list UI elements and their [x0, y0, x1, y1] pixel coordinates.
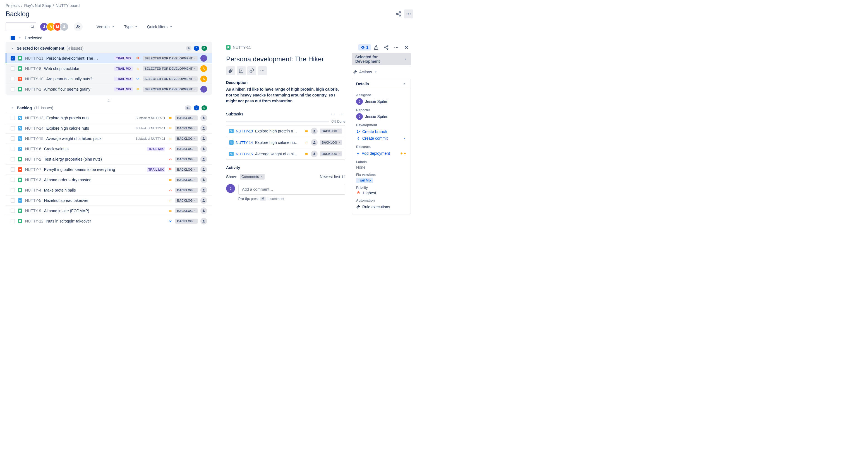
issue-summary[interactable]: Almond intake (FODMAP) — [44, 209, 89, 213]
subtask-row[interactable]: NUTTY-14Explore high calorie nu…BACKLOG — [226, 137, 345, 148]
collapse-sfd[interactable] — [10, 46, 14, 50]
avatar-stack[interactable]: J A M — [40, 22, 69, 31]
issue-row[interactable]: NUTTY-10Are peanuts actually nuts?TRAIL … — [6, 74, 212, 84]
issue-key[interactable]: NUTTY-6 — [25, 147, 41, 151]
status-dropdown[interactable]: BACKLOG — [175, 198, 197, 203]
issue-key[interactable]: NUTTY-1 — [25, 87, 41, 92]
issue-checkbox[interactable] — [10, 66, 15, 71]
fixversions-field[interactable]: Trail Mix — [356, 178, 407, 182]
issue-row[interactable]: NUTTY-12Nuts in scroggin' takeoverBACKLO… — [6, 216, 212, 226]
unassigned-avatar[interactable] — [200, 114, 207, 121]
epic-tag[interactable]: TRAIL MIX — [114, 66, 133, 71]
epic-tag[interactable]: TRAIL MIX — [147, 147, 165, 151]
subtask-row[interactable]: NUTTY-13Explore high protein n…BACKLOG — [226, 126, 345, 137]
unassigned-avatar[interactable] — [311, 150, 318, 157]
issue-summary[interactable]: Average weight of a hikers pack — [46, 136, 101, 141]
issue-summary[interactable]: Explore high calorie nuts — [46, 126, 89, 131]
status-dropdown[interactable]: SELECTED FOR DEVELOPMENT — [143, 56, 197, 61]
subtask-row[interactable]: NUTTY-15Average weight of a hi…BACKLOG — [226, 148, 345, 160]
status-dropdown[interactable]: BACKLOG — [175, 177, 197, 182]
issue-summary[interactable]: Persona development: The … — [46, 56, 98, 61]
subtask-status[interactable]: BACKLOG — [320, 140, 342, 145]
unassigned-avatar[interactable] — [200, 125, 207, 132]
issue-checkbox[interactable] — [10, 178, 15, 182]
issue-checkbox[interactable] — [10, 147, 15, 151]
detail-key[interactable]: NUTTY-11 — [233, 45, 251, 49]
assignee-avatar[interactable]: J — [200, 55, 207, 62]
status-dropdown[interactable]: BACKLOG — [175, 146, 197, 151]
breadcrumb-board[interactable]: NUTTY board — [56, 3, 80, 8]
collapse-backlog[interactable] — [10, 106, 14, 110]
issue-summary[interactable]: Almond order – dry roasted — [44, 178, 92, 182]
add-subtask[interactable] — [339, 111, 345, 117]
add-deployment-link[interactable]: Add deployment✦✦ — [356, 150, 407, 157]
priority-field[interactable]: Highest — [356, 191, 407, 195]
issue-key[interactable]: NUTTY-8 — [25, 66, 41, 71]
issue-row[interactable]: NUTTY-14Explore high calorie nutsSubtask… — [6, 123, 212, 133]
issue-key[interactable]: NUTTY-12 — [25, 219, 43, 223]
reporter-field[interactable]: JJessie Spiteri — [356, 113, 407, 120]
bulk-select-checkbox[interactable]: − — [10, 36, 15, 40]
version-filter[interactable]: Version — [94, 23, 118, 31]
epic-tag[interactable]: TRAIL MIX — [114, 77, 133, 81]
unassigned-avatar[interactable] — [200, 135, 207, 142]
comments-tab[interactable]: Comments — [240, 174, 265, 179]
status-dropdown[interactable]: BACKLOG — [175, 167, 197, 172]
create-commit-link[interactable]: Create commit — [356, 135, 407, 142]
rule-executions-link[interactable]: Rule executions — [356, 204, 407, 210]
issue-summary[interactable]: Everything butter seems to be everything — [44, 167, 115, 172]
status-dropdown[interactable]: SELECTED FOR DEVELOPMENT — [143, 87, 197, 92]
issue-checkbox[interactable] — [10, 136, 15, 141]
issue-summary[interactable]: Explore high protein nuts — [46, 116, 90, 120]
breadcrumb-projects[interactable]: Projects — [6, 3, 20, 8]
subtask-status[interactable]: BACKLOG — [320, 151, 342, 157]
assignee-field[interactable]: JJessie Spiteri — [356, 98, 407, 105]
issue-row[interactable]: NUTTY-4Make protein ballsBACKLOG — [6, 185, 212, 195]
issue-summary[interactable]: Test allergy properties (pine nuts) — [44, 157, 102, 162]
labels-field[interactable]: None — [356, 165, 407, 170]
issue-row[interactable]: NUTTY-6Crack walnutsTRAIL MIXBACKLOG — [6, 144, 212, 154]
description-text[interactable]: As a hiker, I'd like to have range of hi… — [226, 87, 345, 108]
issue-key[interactable]: NUTTY-2 — [25, 157, 41, 162]
comment-input[interactable]: Add a comment… — [238, 184, 345, 195]
status-dropdown[interactable]: BACKLOG — [175, 157, 197, 162]
quick-filters[interactable]: Quick filters — [144, 23, 176, 31]
issue-row[interactable]: NUTTY-15Average weight of a hikers packS… — [6, 133, 212, 144]
create-branch-link[interactable]: Create branch — [356, 128, 407, 135]
watch-button[interactable]: 1 — [359, 44, 371, 50]
status-dropdown[interactable]: Selected for Development — [352, 53, 411, 65]
issue-summary[interactable]: Make protein balls — [44, 188, 76, 192]
detail-title[interactable]: Persona development: The Hiker — [226, 53, 345, 65]
status-dropdown[interactable]: BACKLOG — [175, 115, 197, 121]
share-button[interactable] — [394, 9, 403, 19]
actions-dropdown[interactable]: Actions — [352, 68, 411, 76]
issue-checkbox[interactable] — [10, 209, 15, 213]
status-dropdown[interactable]: SELECTED FOR DEVELOPMENT — [143, 76, 197, 81]
unassigned-avatar[interactable] — [200, 176, 207, 183]
subtask-summary[interactable]: Average weight of a hi… — [255, 152, 298, 156]
activity-sort[interactable]: Newest first — [320, 174, 345, 179]
more-button[interactable] — [404, 9, 413, 19]
unassigned-avatar[interactable] — [311, 139, 318, 146]
subtask-key[interactable]: NUTTY-15 — [236, 152, 253, 156]
subtask-summary[interactable]: Explore high protein n… — [255, 129, 297, 133]
unassigned-avatar[interactable] — [200, 166, 207, 173]
status-dropdown[interactable]: BACKLOG — [175, 208, 197, 213]
unassigned-avatar[interactable] — [200, 207, 207, 214]
attach-button[interactable] — [226, 66, 235, 75]
assignee-avatar[interactable]: A — [200, 65, 207, 72]
assignee-avatar[interactable]: A — [200, 75, 207, 82]
issue-summary[interactable]: Hazelnut spread takeover — [44, 198, 89, 203]
issue-row[interactable]: NUTTY-8Web shop stocktakeTRAIL MIXSELECT… — [6, 63, 212, 74]
issue-checkbox[interactable] — [10, 188, 15, 192]
add-person-button[interactable] — [74, 22, 83, 31]
issue-checkbox[interactable] — [10, 116, 15, 120]
bulk-select-dropdown[interactable] — [18, 36, 22, 40]
section-drag-handle[interactable] — [6, 97, 212, 104]
status-dropdown[interactable]: BACKLOG — [175, 126, 197, 131]
issue-checkbox[interactable] — [10, 126, 15, 131]
unassigned-avatar[interactable] — [200, 187, 207, 194]
epic-tag[interactable]: TRAIL MIX — [114, 87, 133, 92]
type-filter[interactable]: Type — [121, 23, 141, 31]
issue-summary[interactable]: Crack walnuts — [44, 147, 69, 151]
